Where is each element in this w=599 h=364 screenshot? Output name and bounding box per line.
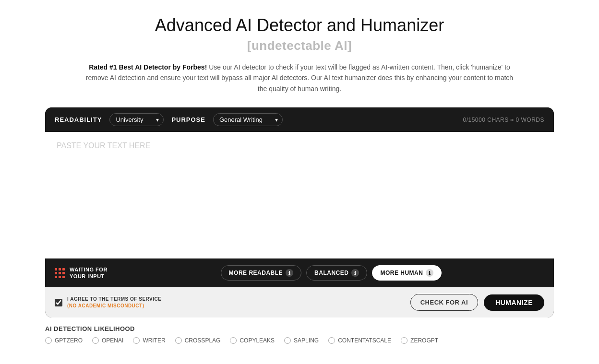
waiting-text: WAITING FOR YOUR INPUT [70, 266, 108, 280]
detection-item: SAPLING [284, 337, 319, 344]
main-tool: READABILITY High School University Docto… [45, 107, 554, 317]
check-for-ai-button[interactable]: CHECK FOR AI [410, 294, 478, 311]
detector-name: CROSSPLAG [185, 337, 221, 344]
detector-name: GPTZERO [55, 337, 83, 344]
terms-row: I AGREE TO THE TERMS OF SERVICE (NO ACAD… [45, 287, 554, 317]
textarea-wrapper [45, 132, 554, 258]
mode-human-label: MORE HUMAN [380, 270, 423, 276]
readable-info-icon: ℹ [286, 269, 293, 277]
action-buttons: CHECK FOR AI HUMANIZE [410, 294, 544, 311]
mode-more-human[interactable]: MORE HUMAN ℹ [372, 265, 442, 281]
tool-header: READABILITY High School University Docto… [45, 107, 554, 132]
mode-balanced-label: BALANCED [314, 270, 348, 276]
detection-radio [45, 337, 52, 344]
mode-more-readable[interactable]: MORE READABLE ℹ [221, 265, 302, 281]
detection-radio [284, 337, 291, 344]
description-bold: Rated #1 Best AI Detector by Forbes! [89, 63, 207, 71]
detection-item: WRITER [133, 337, 165, 344]
page-title: Advanced AI Detector and Humanizer [45, 15, 554, 35]
page-description: Rated #1 Best AI Detector by Forbes! Use… [84, 62, 515, 94]
terms-checkbox[interactable] [55, 299, 62, 306]
detection-items: GPTZEROOPENAIWRITERCROSSPLAGCOPYLEAKSSAP… [45, 337, 554, 344]
mode-readable-label: MORE READABLE [229, 270, 283, 276]
readability-select[interactable]: High School University Doctorate Journal… [109, 113, 164, 126]
detection-section: AI DETECTION LIKELIHOOD GPTZEROOPENAIWRI… [45, 317, 554, 348]
detection-radio [401, 337, 407, 344]
detection-item: COPYLEAKS [230, 337, 275, 344]
purpose-select-wrapper[interactable]: General Writing Essay Article Marketing … [213, 113, 283, 126]
grid-dots-icon [55, 268, 65, 278]
readability-label: READABILITY [55, 116, 102, 123]
chars-display: 0/15000 CHARS ≈ 0 WORDS [463, 117, 544, 123]
detector-name: COPYLEAKS [240, 337, 275, 344]
detector-name: ZEROGPT [410, 337, 438, 344]
detection-title: AI DETECTION LIKELIHOOD [45, 325, 554, 332]
detection-radio [133, 337, 140, 344]
detector-name: WRITER [143, 337, 165, 344]
detection-item: CONTENTATSCALE [328, 337, 391, 344]
purpose-label: PURPOSE [171, 116, 205, 123]
detection-radio [230, 337, 237, 344]
detection-radio [92, 337, 99, 344]
terms-text: I AGREE TO THE TERMS OF SERVICE (NO ACAD… [67, 296, 161, 309]
detector-name: SAPLING [294, 337, 319, 344]
detection-item: OPENAI [92, 337, 123, 344]
purpose-select[interactable]: General Writing Essay Article Marketing … [213, 113, 283, 126]
detection-radio [175, 337, 182, 344]
text-input[interactable] [57, 141, 542, 247]
page-subtitle: [undetectable AI] [45, 38, 554, 53]
detection-radio [328, 337, 335, 344]
readability-select-wrapper[interactable]: High School University Doctorate Journal… [109, 113, 164, 126]
detector-name: OPENAI [102, 337, 123, 344]
detection-item: ZEROGPT [401, 337, 438, 344]
humanize-button[interactable]: HUMANIZE [484, 294, 544, 311]
detection-item: CROSSPLAG [175, 337, 221, 344]
detection-item: GPTZERO [45, 337, 83, 344]
waiting-indicator: WAITING FOR YOUR INPUT [55, 266, 112, 280]
mode-buttons: MORE READABLE ℹ BALANCED ℹ MORE HUMAN ℹ [118, 265, 544, 281]
tool-footer: WAITING FOR YOUR INPUT MORE READABLE ℹ B… [45, 258, 554, 287]
human-info-icon: ℹ [426, 269, 433, 277]
mode-balanced[interactable]: BALANCED ℹ [306, 265, 367, 281]
detector-name: CONTENTATSCALE [338, 337, 391, 344]
terms-left: I AGREE TO THE TERMS OF SERVICE (NO ACAD… [55, 296, 410, 309]
balanced-info-icon: ℹ [351, 269, 359, 277]
